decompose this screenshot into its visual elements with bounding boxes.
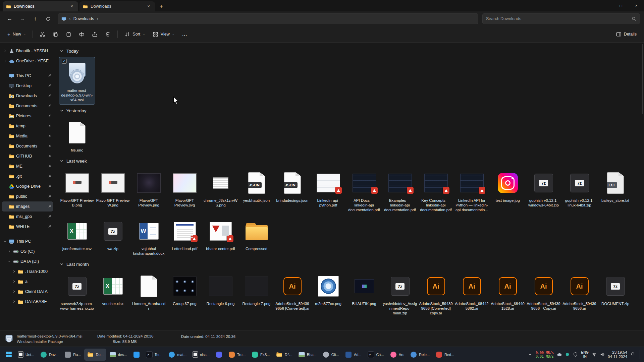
file-tile[interactable]: 7zDOCUMENT.zip bbox=[597, 270, 633, 308]
file-tile[interactable]: LinkedIn API for Python — linkedin-api d… bbox=[454, 167, 490, 214]
file-tile[interactable]: 7zyashvidotdev_AssignmentRepo-main.zip bbox=[382, 270, 418, 317]
file-tile[interactable]: AiAdobeStock_594399656.ai bbox=[561, 270, 597, 313]
taskbar-item-design[interactable]: des... bbox=[107, 349, 130, 361]
close-tab-icon[interactable]: × bbox=[146, 3, 152, 9]
sidebar-item[interactable]: .Trash-1000 bbox=[2, 266, 53, 277]
breadcrumb-downloads[interactable]: Downloads bbox=[73, 16, 94, 21]
search-box[interactable] bbox=[482, 13, 640, 24]
delete-button[interactable] bbox=[102, 28, 114, 40]
file-tile[interactable]: file.enc bbox=[59, 117, 95, 155]
tab-downloads-1[interactable]: Downloads × bbox=[3, 1, 78, 11]
file-tile[interactable]: AiAdobeStock_594399656 [Converted].ai bbox=[274, 270, 310, 313]
sidebar-item[interactable]: This PC bbox=[2, 71, 53, 81]
taskbar-item-davinci[interactable]: Dav... bbox=[38, 349, 61, 361]
group-header[interactable]: Today bbox=[60, 47, 644, 55]
refresh-button[interactable] bbox=[42, 13, 54, 24]
sidebar-item[interactable]: OS (C:) bbox=[2, 246, 53, 256]
file-tile[interactable]: ✓mattermost-desktop-5.9.0-win-x64.msi bbox=[59, 57, 95, 104]
sidebar-item[interactable]: Downloads bbox=[2, 91, 53, 101]
taskbar-item-niss[interactable]: niss... bbox=[190, 349, 212, 361]
chevron-right-icon[interactable] bbox=[12, 290, 16, 293]
file-tile[interactable]: FlavorGPT Preview.png bbox=[131, 167, 167, 209]
file-tile[interactable]: test-image.jpg bbox=[490, 167, 526, 205]
taskbar-item-mattermost[interactable]: mat... bbox=[166, 349, 189, 361]
search-input[interactable] bbox=[486, 16, 632, 21]
sidebar-item[interactable]: GITHUB bbox=[2, 151, 53, 161]
taskbar-item-bha[interactable]: Bha... bbox=[296, 349, 319, 361]
file-tile[interactable]: JSONbrindadesings.json bbox=[274, 167, 310, 205]
chevron-right-icon[interactable] bbox=[7, 250, 11, 253]
sidebar-item[interactable]: WHITE bbox=[2, 222, 53, 232]
taskbar-item-discord[interactable] bbox=[213, 349, 225, 361]
file-tile[interactable]: JSONyesbhautik.json bbox=[238, 167, 274, 205]
chevron-right-icon[interactable] bbox=[12, 280, 16, 283]
close-button[interactable]: × bbox=[629, 0, 644, 11]
copy-button[interactable] bbox=[49, 28, 62, 40]
forward-button[interactable]: → bbox=[17, 13, 28, 24]
tray-shield-icon[interactable] bbox=[573, 352, 578, 357]
file-tile[interactable]: Group 37.png bbox=[167, 270, 203, 308]
file-tile[interactable]: AiAdobeStock_594399656 [Converted] copy.… bbox=[418, 270, 454, 317]
sidebar-item[interactable]: .git bbox=[2, 171, 53, 181]
file-tile[interactable]: LetterHead.pdf bbox=[167, 216, 203, 253]
chevron-down-icon[interactable] bbox=[7, 260, 11, 263]
sidebar-item[interactable]: public bbox=[2, 191, 53, 201]
sidebar-item[interactable]: Documents bbox=[2, 141, 53, 151]
chevron-right-icon[interactable] bbox=[12, 300, 16, 303]
sidebar-item[interactable]: a bbox=[2, 277, 53, 287]
file-tile[interactable]: Linkedin-api-python.pdf bbox=[310, 167, 346, 209]
taskbar-item-cmd[interactable]: >_C:\... bbox=[365, 349, 387, 361]
file-tile[interactable]: FlavorGPT Preview B.png bbox=[59, 167, 95, 209]
wifi-icon[interactable] bbox=[592, 352, 597, 357]
file-tile[interactable]: TXTbaileys_store.txt bbox=[597, 167, 633, 205]
file-tile[interactable]: Examples — linkedin-api documentation.pd… bbox=[382, 167, 418, 214]
chevron-right-icon[interactable] bbox=[12, 270, 16, 273]
sidebar-item[interactable]: Bhautik - YESBH bbox=[2, 46, 53, 56]
sidebar-item[interactable]: ME bbox=[2, 161, 53, 171]
file-tile[interactable]: 7zwa.zip bbox=[95, 216, 131, 253]
group-header[interactable]: Yesterday bbox=[60, 106, 644, 115]
show-desktop-button[interactable] bbox=[640, 350, 641, 359]
file-tile[interactable]: Rectangle 7.png bbox=[238, 270, 274, 308]
chevron-down-icon[interactable] bbox=[3, 240, 7, 243]
sidebar-item[interactable]: images bbox=[2, 201, 53, 212]
close-tab-icon[interactable]: × bbox=[69, 3, 75, 9]
more-options-button[interactable]: … bbox=[178, 28, 191, 40]
group-header[interactable]: Last week bbox=[60, 157, 644, 165]
taskbar-item-explorer-d-drive[interactable]: D:\... bbox=[273, 349, 295, 361]
taskbar-item-vscode[interactable] bbox=[130, 349, 143, 361]
file-tile[interactable]: BHAUTIK.png bbox=[346, 270, 382, 308]
chevron-right-icon[interactable] bbox=[3, 59, 7, 63]
file-tile[interactable]: AiAdobeStock_684425862.ai bbox=[454, 270, 490, 313]
taskbar-item-explorer-downloads[interactable]: Do... bbox=[84, 349, 106, 361]
file-tile[interactable]: Rectangle 6.png bbox=[203, 270, 238, 308]
minimize-button[interactable]: ─ bbox=[598, 0, 613, 11]
file-tile[interactable]: chrome_J8sk1zrvWS.png bbox=[203, 167, 238, 209]
file-tile[interactable]: Homem_Aranha.cdr bbox=[131, 270, 167, 313]
taskbar-item-ra[interactable]: Ra... bbox=[62, 349, 84, 361]
file-tile[interactable]: FlavorGPT Preview.svg bbox=[167, 167, 203, 209]
network-speed-indicator[interactable]: 0.00 MB/s 0.01 MB/s bbox=[536, 351, 554, 358]
sidebar-item[interactable]: Google Drive bbox=[2, 181, 53, 191]
start-button[interactable] bbox=[3, 349, 15, 361]
view-button[interactable]: View ⌄ bbox=[149, 28, 178, 40]
chevron-right-icon[interactable] bbox=[3, 49, 7, 53]
sidebar-item[interactable]: Pictures bbox=[2, 111, 53, 121]
clock[interactable]: 23:19:54 04-11-2024 bbox=[608, 350, 627, 359]
taskbar-item-red[interactable]: Red... bbox=[433, 349, 457, 361]
taskbar-item-ad[interactable]: Ad... bbox=[342, 349, 364, 361]
paste-button[interactable] bbox=[62, 28, 75, 40]
file-pane[interactable]: Today✓mattermost-desktop-5.9.0-win-x64.m… bbox=[54, 43, 644, 330]
back-button[interactable]: ← bbox=[4, 13, 15, 24]
taskbar-item-arc[interactable]: Arc bbox=[387, 349, 407, 361]
sidebar-item[interactable]: DATA (D:) bbox=[2, 256, 53, 266]
file-tile[interactable]: Compressed bbox=[238, 216, 274, 253]
file-tile[interactable]: bhatar center.pdf bbox=[203, 216, 238, 253]
sidebar-item[interactable]: Client DATA bbox=[2, 287, 53, 297]
file-tile[interactable]: Xjsonformatter.csv bbox=[59, 216, 95, 253]
up-button[interactable]: ↑ bbox=[30, 13, 41, 24]
new-tab-button[interactable]: + bbox=[156, 2, 166, 11]
file-tile[interactable]: 7zgophish-v0.12.1-windows-64bit.zip bbox=[526, 167, 561, 209]
file-tile[interactable]: FlavorGPT Preview W.png bbox=[95, 167, 131, 209]
group-header[interactable]: Last month bbox=[60, 260, 644, 268]
